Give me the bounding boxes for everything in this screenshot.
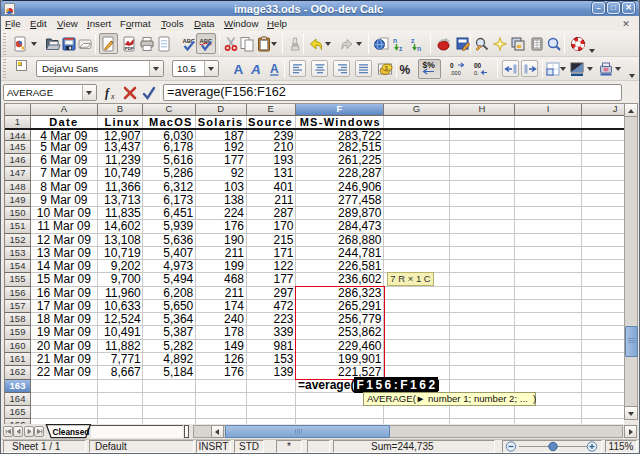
svg-text:$%: $% — [423, 60, 436, 70]
svg-text:f: f — [105, 86, 110, 100]
svg-text:z: z — [411, 37, 415, 44]
svg-text:0.: 0. — [474, 70, 479, 76]
svg-text:n: n — [417, 45, 421, 52]
svg-text:A: A — [270, 62, 279, 76]
svg-text:.000: .000 — [450, 70, 461, 76]
svg-text:0: 0 — [450, 62, 454, 69]
svg-text:z: z — [399, 45, 403, 52]
svg-text:n: n — [393, 37, 397, 44]
svg-text:A: A — [234, 62, 244, 77]
svg-text:A: A — [250, 62, 261, 77]
svg-text:%: % — [400, 63, 411, 77]
svg-text:x: x — [110, 92, 115, 101]
svg-text:PDF: PDF — [125, 46, 134, 51]
svg-text:00: 00 — [474, 62, 482, 69]
